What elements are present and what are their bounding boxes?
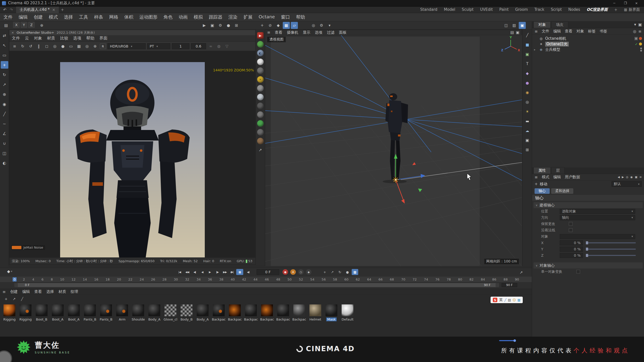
octane-daylight-icon[interactable]: ☀ — [257, 76, 264, 83]
menu-item[interactable]: Octane — [259, 14, 275, 20]
om-search-icon[interactable]: ◎ — [633, 29, 636, 34]
attr-menu-item[interactable]: 编辑 — [553, 175, 561, 179]
lock-icon[interactable]: ◻ — [44, 43, 50, 50]
attr-menu-icon[interactable]: ≡ — [639, 175, 642, 179]
material-item[interactable]: Boot_A — [52, 304, 64, 321]
material-manager-icon[interactable]: ● — [225, 22, 232, 29]
om-hamburger-icon[interactable]: ≡ — [535, 29, 538, 34]
ime-emoji-icon[interactable]: ☺ — [512, 298, 516, 302]
refresh-icon[interactable]: ↺ — [27, 43, 34, 50]
mm-hamburger-icon[interactable]: ≡ — [3, 290, 6, 294]
menu-item[interactable]: 模拟 — [194, 14, 203, 20]
key-pla-icon[interactable]: ▦ — [352, 269, 358, 275]
octane-mix-material-icon[interactable] — [257, 129, 264, 135]
material-item[interactable]: Body_A — [148, 304, 160, 321]
octane-specular-material-icon[interactable] — [257, 94, 264, 100]
key-rotation-icon[interactable]: ↻ — [337, 269, 343, 275]
attr-menu-item[interactable]: 用户数据 — [565, 175, 580, 179]
manager-tab[interactable]: 属性 — [534, 167, 551, 174]
viewport-menu-item[interactable]: 显示 — [303, 30, 310, 35]
layout-tab[interactable]: UVEdit — [480, 7, 493, 12]
film-region-icon[interactable]: ▦ — [76, 43, 82, 50]
menu-item[interactable]: 文件 — [4, 14, 13, 20]
menu-item[interactable]: 动画 — [179, 14, 188, 20]
attr-pin-icon[interactable]: ◉ — [630, 175, 633, 179]
prev-key-button[interactable]: ◀◀ — [184, 269, 191, 275]
minimize-button[interactable]: ─ — [609, 0, 620, 7]
measure-tool-icon[interactable]: ∠ — [1, 130, 8, 137]
selection-filter-icon[interactable]: ▤ — [3, 22, 10, 29]
load-material-icon[interactable]: ↗ — [11, 296, 17, 302]
menu-item[interactable]: 编辑 — [19, 14, 28, 20]
material-item[interactable]: Mask — [326, 304, 337, 321]
viewport-menu-item[interactable]: 面板 — [339, 30, 347, 35]
octane-expand-icon[interactable]: ↗ — [257, 147, 264, 153]
octane-menu-item[interactable]: 对象 — [34, 36, 42, 41]
material-item[interactable]: Glove_cl — [165, 304, 176, 321]
frame-ruler[interactable]: 0246810121416182022242628303234363840424… — [0, 276, 532, 282]
render-settings-icon[interactable]: ⚙ — [217, 22, 224, 29]
menu-item[interactable]: 选择 — [64, 14, 73, 20]
single-transform-checkbox[interactable] — [576, 270, 580, 274]
menu-item[interactable]: 扩展 — [244, 14, 253, 20]
octane-menu-item[interactable]: 云 — [25, 36, 29, 41]
pause-render-icon[interactable]: ‖ — [35, 43, 42, 50]
sky-object-icon[interactable]: ☁ — [524, 127, 531, 134]
layout-tab[interactable]: Paint — [499, 7, 509, 12]
aperture-icon[interactable]: ◎ — [52, 43, 58, 50]
sogou-logo-icon[interactable]: S — [493, 298, 497, 302]
magnet-tool-icon[interactable]: ∪ — [1, 140, 8, 147]
volume-builder-icon[interactable]: ● — [524, 79, 531, 86]
goto-start-button[interactable]: |◀ — [176, 269, 183, 275]
cube-primitive-icon[interactable]: ■ — [524, 41, 531, 48]
material-thumbnail[interactable] — [84, 304, 96, 316]
layout-tab[interactable]: Nodes — [568, 7, 580, 12]
spline-pen-icon[interactable]: ╱ — [524, 32, 531, 39]
octane-emission-material-icon[interactable] — [257, 120, 264, 127]
menu-item[interactable]: 体积 — [124, 14, 133, 20]
y-value-field[interactable]: 0 % — [560, 247, 583, 252]
octane-metallic-material-icon[interactable] — [257, 103, 264, 109]
material-thumbnail[interactable] — [326, 304, 337, 316]
key-parameter-icon[interactable]: ● — [344, 269, 351, 275]
octane-camera-tag-icon[interactable] — [639, 37, 642, 40]
viewport-menu-item[interactable]: 过滤 — [327, 30, 335, 35]
material-item[interactable]: Backpac — [293, 304, 305, 321]
keep-changes-checkbox[interactable] — [569, 222, 573, 226]
attr-back-icon[interactable]: ◀ — [618, 175, 620, 179]
material-thumbnail[interactable] — [148, 304, 160, 316]
material-thumbnail[interactable] — [309, 304, 321, 316]
viewport-menu-item[interactable]: 摄像机 — [287, 30, 298, 35]
octane-texture-environment-icon[interactable] — [257, 41, 264, 48]
attr-menu-item[interactable]: 模式 — [542, 175, 549, 179]
viewport-cameras-icon[interactable]: ▤ — [510, 30, 514, 35]
keyframe-clock-button[interactable]: ◷ — [298, 269, 304, 275]
scale-tool-icon[interactable]: ↗ — [1, 81, 8, 88]
material-item[interactable]: Backpac — [245, 304, 257, 321]
menu-item[interactable]: 工具 — [79, 14, 88, 20]
material-item[interactable]: Pants_B — [100, 304, 112, 321]
om-filter-icon[interactable]: ▾ — [634, 22, 636, 27]
menu-item[interactable]: 窗口 — [281, 14, 290, 20]
octane-menu-item[interactable]: 比较 — [60, 36, 68, 41]
new-document-tab-button[interactable]: + — [59, 7, 66, 13]
slider-knob[interactable] — [586, 248, 588, 251]
timeline-expand-icon[interactable]: ↗ — [518, 269, 525, 276]
text-spline-icon[interactable]: T — [524, 60, 531, 67]
rectangle-selection-icon[interactable]: ▭ — [1, 51, 8, 59]
octane-close-icon[interactable]: × — [11, 31, 14, 34]
object-select[interactable]: ▾ — [560, 234, 635, 239]
octane-diffuse-material-icon[interactable] — [257, 67, 264, 74]
material-item[interactable]: Boot_B — [36, 304, 48, 321]
play-reverse-button[interactable]: ◀ — [199, 269, 206, 275]
mm-menu-item[interactable]: 选择 — [47, 289, 54, 294]
end-frame-field[interactable]: 90 F — [502, 283, 517, 287]
mode-tab-button[interactable]: 柔和选择 — [551, 188, 573, 194]
sound-icon[interactable]: ◀) — [245, 269, 252, 275]
axis-x-toggle[interactable]: X — [13, 22, 20, 28]
add-layout-button[interactable]: + — [614, 8, 618, 12]
viewport-menu-icon[interactable]: ≡ — [267, 30, 270, 35]
layout-tab[interactable]: Model — [444, 7, 455, 12]
new-layout-button[interactable]: ⊞新界面 — [624, 7, 640, 12]
range-start-handle[interactable] — [14, 283, 18, 287]
